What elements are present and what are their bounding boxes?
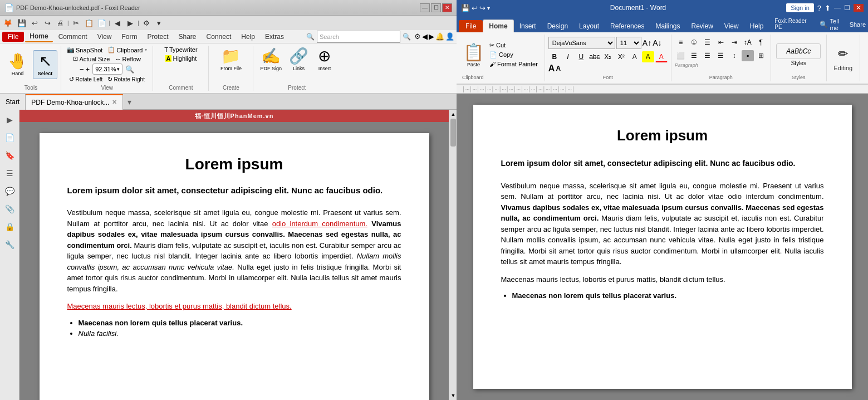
foxit-file-menu[interactable]: File (2, 32, 24, 42)
word-editing-btn[interactable]: ✏ (831, 45, 855, 64)
word-maximize-btn[interactable]: ☐ (844, 4, 850, 12)
word-highlight-btn[interactable]: A (642, 51, 654, 62)
word-tab-foxit[interactable]: Foxit Reader PE (769, 16, 819, 32)
foxit-close-btn[interactable]: ✕ (442, 3, 452, 12)
word-ribbon-toggle[interactable]: ⬆ (825, 4, 831, 12)
word-strikethrough-btn[interactable]: abc (589, 51, 601, 62)
word-search-icon[interactable]: 🔍 (820, 21, 828, 28)
foxit-rotate-left-btn[interactable]: ↺ Rotate Left (67, 75, 105, 84)
word-tab-view[interactable]: View (719, 20, 744, 32)
foxit-sidebar-layer[interactable]: ☰ (2, 165, 17, 181)
foxit-select-btn[interactable]: ↖ Select (33, 50, 57, 79)
foxit-save-btn[interactable]: 💾 (16, 17, 27, 28)
foxit-pdfsign-btn[interactable]: ✍ PDF Sign (257, 46, 285, 74)
foxit-sidebar-bookmark[interactable]: 🔖 (2, 148, 17, 163)
word-borders-btn[interactable]: ⊞ (755, 50, 767, 61)
word-fontcolor-btn[interactable]: A (655, 51, 668, 62)
foxit-sidebar-search[interactable]: 🔧 (2, 237, 17, 252)
foxit-undo-btn[interactable]: ↩ (29, 17, 40, 28)
word-cut-btn[interactable]: ✂ Cut (487, 41, 540, 50)
word-underline-btn[interactable]: U (575, 51, 587, 62)
foxit-sidebar-security[interactable]: 🔒 (2, 219, 17, 235)
word-tab-insert[interactable]: Insert (514, 20, 542, 32)
foxit-copy-btn[interactable]: 📋 (84, 17, 95, 28)
foxit-typewriter-btn[interactable]: T Typewriter (162, 46, 199, 53)
zoom-dropdown[interactable]: ▾ (117, 66, 120, 72)
scroll-up-btn[interactable]: ▲ (449, 110, 457, 119)
foxit-comment-menu[interactable]: Comment (54, 32, 92, 42)
foxit-tab-close-btn[interactable]: ✕ (112, 99, 117, 106)
word-share-btn[interactable]: Share (850, 21, 866, 28)
word-redo-btn[interactable]: ↪ (479, 4, 486, 12)
foxit-tab-start[interactable]: Start (0, 94, 26, 110)
word-align-left-btn[interactable]: ⬜ (675, 50, 687, 61)
zoom-fit-btn[interactable]: 🔍 (125, 65, 134, 74)
word-fontsize-a-small[interactable]: A (556, 65, 561, 72)
foxit-search-btn[interactable]: 🔍 (403, 33, 411, 41)
foxit-settings-icon[interactable]: ⚙ (414, 32, 421, 41)
word-align-center-btn[interactable]: ☰ (688, 50, 700, 61)
foxit-maximize-btn[interactable]: ☐ (431, 3, 441, 12)
foxit-sidebar-page[interactable]: 📄 (2, 130, 17, 145)
foxit-share-menu[interactable]: Share (174, 32, 201, 42)
word-subscript-btn[interactable]: X₂ (602, 51, 614, 62)
foxit-protect-menu[interactable]: Protect (143, 32, 173, 42)
foxit-links-btn[interactable]: 🔗 Links (286, 46, 312, 74)
foxit-tab-add-btn[interactable]: ▾ (123, 97, 136, 106)
scroll-thumb[interactable] (450, 119, 456, 147)
clipboard-expand[interactable]: ▾ (145, 47, 147, 52)
word-bullets-btn[interactable]: ≡ (675, 37, 687, 48)
foxit-scrollbar[interactable]: ▲ ▼ (449, 110, 457, 400)
foxit-rotate-right-btn[interactable]: ↻ Rotate Right (105, 75, 147, 84)
foxit-highlight-btn[interactable]: A Highlight (163, 55, 199, 62)
word-numbering-btn[interactable]: ① (688, 37, 700, 48)
foxit-nav-back[interactable]: ◀ (422, 32, 428, 41)
word-increase-indent-btn[interactable]: ⇥ (728, 37, 741, 48)
word-undo-btn[interactable]: ↩ (472, 4, 478, 12)
foxit-form-menu[interactable]: Form (117, 32, 142, 42)
foxit-view-menu[interactable]: View (93, 32, 116, 42)
foxit-reflow-btn[interactable]: ↔ Reflow (112, 55, 143, 63)
foxit-nav-fwd[interactable]: ▶ (429, 32, 434, 41)
foxit-dropdown-btn[interactable]: ▾ (154, 17, 165, 28)
foxit-actualsize-btn[interactable]: ⊡ Actual Size (71, 55, 112, 63)
foxit-paste-btn[interactable]: 📄 (96, 17, 107, 28)
foxit-sidebar-comment[interactable]: 💬 (2, 183, 17, 199)
foxit-minimize-btn[interactable]: — (420, 3, 430, 12)
word-decrease-indent-btn[interactable]: ⇤ (715, 37, 727, 48)
word-tab-home[interactable]: Home (483, 19, 513, 32)
foxit-notify-icon[interactable]: 🔔 (435, 32, 444, 41)
word-tab-layout[interactable]: Layout (573, 20, 605, 32)
scroll-down-btn[interactable]: ▼ (449, 391, 457, 400)
word-superscript-btn[interactable]: X² (615, 51, 627, 62)
word-line-spacing-btn[interactable]: ↕ (728, 50, 741, 61)
foxit-search-bar[interactable]: Search (317, 31, 400, 43)
foxit-sidebar-toggle[interactable]: ▶ (2, 112, 17, 128)
foxit-back-btn[interactable]: ◀ (112, 17, 123, 28)
word-tab-help[interactable]: Help (744, 20, 769, 32)
word-multilevel-btn[interactable]: ☰ (702, 37, 714, 48)
word-help-icon[interactable]: ? (817, 4, 821, 12)
zoom-display[interactable]: 92.31% ▾ (92, 64, 122, 75)
foxit-sidebar-attachment[interactable]: 📎 (2, 201, 17, 217)
foxit-help-menu[interactable]: Help (237, 32, 259, 42)
word-page-wrapper[interactable]: Lorem ipsum Lorem ipsum dolor sit amet, … (457, 94, 868, 400)
word-styles-btn[interactable]: AaBbCc (776, 43, 821, 59)
word-close-btn[interactable]: ✕ (854, 4, 864, 12)
foxit-page-wrapper[interactable]: Lorem ipsum Lorem ipsum dolor sit amet, … (19, 122, 449, 400)
foxit-snapshot-btn[interactable]: 📷 SnapShot (65, 46, 105, 54)
foxit-link-text[interactable]: odio interdum condimentum. (272, 219, 367, 228)
word-signin-btn[interactable]: Sign in (786, 3, 814, 12)
foxit-connect-menu[interactable]: Connect (202, 32, 236, 42)
word-justify-btn[interactable]: ☰ (715, 50, 727, 61)
word-tab-mailings[interactable]: Mailings (650, 20, 685, 32)
word-tab-design[interactable]: Design (542, 20, 573, 32)
word-save-btn[interactable]: 💾 (461, 4, 470, 12)
word-font-shrink-btn[interactable]: A↓ (653, 38, 661, 47)
foxit-user-icon[interactable]: 👤 (445, 32, 454, 41)
word-tab-review[interactable]: Review (685, 20, 718, 32)
zoom-in-btn[interactable]: + (86, 65, 90, 74)
word-show-formatting-btn[interactable]: ¶ (755, 37, 767, 48)
foxit-redo-btn[interactable]: ↪ (42, 17, 53, 28)
foxit-fromfile-btn[interactable]: 📁 From File (217, 46, 245, 74)
